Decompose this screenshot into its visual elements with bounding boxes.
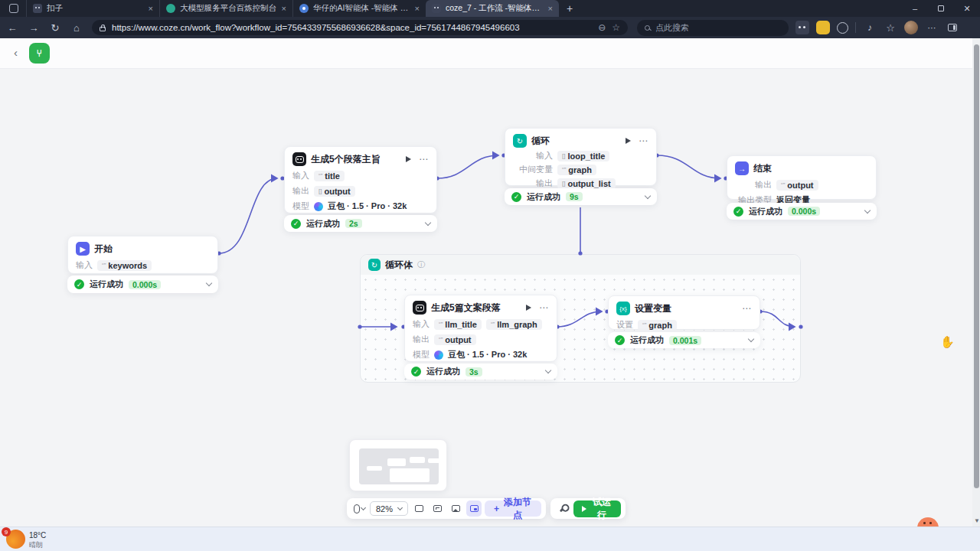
pointer-mode-button[interactable]: [351, 500, 367, 517]
param-chip[interactable]: “”llm_title: [434, 319, 482, 330]
node-llm-paragraphs-status[interactable]: ✓ 运行成功 3s: [404, 364, 557, 380]
param-chip[interactable]: “”graph: [638, 320, 677, 331]
back-icon[interactable]: ←: [3, 19, 21, 36]
param-chip[interactable]: “”keywords: [97, 260, 152, 271]
zoom-out-icon[interactable]: ⊖: [598, 22, 606, 33]
tab-close-icon[interactable]: ×: [548, 4, 553, 13]
param-name: llm_graph: [497, 320, 537, 329]
tab-close-icon[interactable]: ×: [415, 4, 420, 13]
llm-icon: [292, 152, 306, 166]
tab-bailian-console[interactable]: 大模型服务平台百炼控制台 ×: [159, 0, 292, 17]
robot-face-icon: [296, 156, 304, 163]
status-time: 0.001s: [669, 336, 701, 345]
new-tab-button[interactable]: +: [567, 2, 573, 15]
window-restore-button[interactable]: [928, 0, 954, 17]
agent-favicon: [299, 4, 309, 13]
avatar[interactable]: [904, 21, 918, 34]
param-chip[interactable]: “”graph: [557, 165, 596, 175]
node-llm-titles-status[interactable]: ✓ 运行成功 2s: [284, 215, 437, 232]
more-icon[interactable]: ⋯: [419, 158, 429, 161]
success-check-icon: ✓: [74, 279, 84, 289]
chevron-down-icon[interactable]: [545, 367, 551, 373]
back-chevron-icon[interactable]: ‹: [14, 46, 18, 59]
node-end-status[interactable]: ✓ 运行成功 0.000s: [727, 203, 877, 220]
more-icon[interactable]: ⋯: [742, 307, 752, 311]
zoom-level-value: 82%: [376, 504, 393, 514]
param-chip[interactable]: []output: [314, 186, 355, 197]
window-minimize-button[interactable]: –: [902, 0, 928, 17]
status-text: 运行成功: [426, 366, 460, 377]
favorites-icon[interactable]: ☆: [884, 21, 897, 34]
tab-coze7-workflow[interactable]: coze_7 - 工作流 -智能体平台 ×: [426, 0, 559, 17]
chevron-down-icon[interactable]: [425, 219, 431, 225]
export-image-button[interactable]: [448, 500, 463, 517]
type-string-icon: “”: [318, 172, 322, 179]
workflow-canvas[interactable]: ↻ 循环体 ⓘ: [0, 69, 980, 527]
minimap-toggle-button[interactable]: [466, 500, 482, 517]
music-icon[interactable]: ♪: [863, 21, 877, 34]
output-row: 输出 “”output: [735, 179, 868, 191]
forward-icon[interactable]: →: [24, 19, 43, 36]
windows-taskbar: 9 18°C 晴朗: [0, 527, 980, 551]
window-close-button[interactable]: ✕: [954, 0, 980, 17]
comment-button[interactable]: [411, 500, 426, 517]
home-icon[interactable]: ⌂: [67, 19, 86, 36]
tab-agent[interactable]: 华仔的AI智能体 -智能体 - 扣子 ×: [292, 0, 426, 17]
node-header: ▶ 开始: [76, 242, 210, 256]
chevron-down-icon[interactable]: [645, 192, 651, 198]
param-chip[interactable]: []output_list: [557, 178, 616, 189]
node-loop-status[interactable]: ✓ 运行成功 9s: [505, 188, 657, 205]
address-bar[interactable]: https://www.coze.cn/work_flow?workflow_i…: [92, 20, 628, 35]
scrollbar-thumb[interactable]: [974, 44, 979, 488]
more-icon[interactable]: ⋯: [539, 306, 549, 310]
debug-tool-button[interactable]: [555, 500, 570, 517]
node-end[interactable]: → 结束 输出 “”output 输出类型 返回变量: [727, 155, 877, 200]
chevron-down-icon: [360, 505, 365, 510]
tab-close-icon[interactable]: ×: [149, 4, 153, 13]
node-llm-titles[interactable]: 生成5个段落主旨 ⋯ 输入 “”title 输出 []output 模型 豆包 …: [284, 146, 437, 214]
node-llm-paragraphs[interactable]: 生成5篇文案段落 ⋯ 输入 “”llm_title “”llm_graph 输出…: [404, 295, 557, 362]
param-chip[interactable]: []loop_title: [557, 151, 609, 161]
play-icon[interactable]: [526, 305, 531, 311]
play-icon[interactable]: [626, 138, 631, 144]
sidebar-panel-icon[interactable]: [946, 21, 959, 34]
node-loop[interactable]: ↻ 循环 ⋯ 输入 []loop_title 中间变量 “”graph 输出 […: [505, 128, 657, 186]
reload-icon[interactable]: ↻: [46, 19, 64, 36]
more-icon[interactable]: ⋯: [639, 139, 648, 143]
node-set-variable[interactable]: {x} 设置变量 ⋯ 设置 “”graph: [608, 295, 760, 330]
param-name: title: [325, 171, 340, 181]
extension-thunder-icon[interactable]: [816, 21, 830, 34]
extension-icon[interactable]: [795, 21, 809, 34]
page-scrollbar[interactable]: ▼: [972, 38, 980, 527]
scroll-down-arrow-icon[interactable]: ▼: [974, 517, 980, 524]
param-name: loop_title: [567, 152, 605, 161]
url-text[interactable]: https://www.coze.cn/work_flow?workflow_i…: [112, 23, 592, 32]
tab-group-icon[interactable]: [9, 4, 18, 13]
param-chip[interactable]: “”llm_graph: [486, 319, 542, 330]
minimap[interactable]: [349, 439, 447, 491]
quick-search-box[interactable]: 点此搜索: [637, 20, 789, 36]
tab-kouzi[interactable]: 扣子 ×: [26, 0, 159, 17]
row-label: 模型: [413, 349, 430, 360]
run-toolbar: 试运行: [550, 498, 626, 519]
chevron-down-icon[interactable]: [864, 207, 871, 213]
tab-close-icon[interactable]: ×: [282, 4, 286, 13]
node-start[interactable]: ▶ 开始 输入 “”keywords: [67, 236, 218, 274]
add-node-button[interactable]: +添加节点: [485, 500, 541, 517]
test-run-button[interactable]: 试运行: [573, 500, 621, 517]
zoom-level-select[interactable]: 82%: [370, 501, 408, 516]
end-icon: →: [735, 161, 749, 175]
chevron-down-icon[interactable]: [748, 336, 754, 342]
param-chip[interactable]: “”output: [434, 334, 476, 345]
more-menu-icon[interactable]: ⋯: [925, 21, 939, 34]
node-set-variable-status[interactable]: ✓ 运行成功 0.001s: [608, 332, 760, 348]
chevron-down-icon[interactable]: [206, 280, 212, 286]
auto-layout-button[interactable]: [430, 500, 445, 517]
node-start-status[interactable]: ✓ 运行成功 0.000s: [67, 276, 218, 293]
param-chip[interactable]: “”output: [776, 180, 818, 191]
param-chip[interactable]: “”title: [314, 171, 345, 181]
bookmark-star-icon[interactable]: ☆: [612, 22, 620, 33]
weather-widget[interactable]: 9 18°C 晴朗: [0, 527, 69, 551]
play-icon[interactable]: [406, 156, 411, 162]
extension-circle-icon[interactable]: [837, 22, 848, 34]
